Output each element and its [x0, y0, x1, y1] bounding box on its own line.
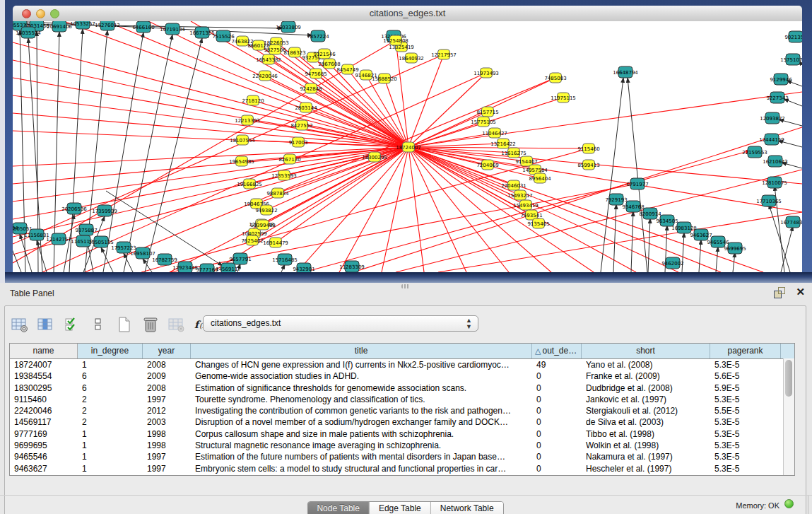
graph-edge[interactable]	[13, 42, 408, 147]
graph-node[interactable]: 11973493	[473, 68, 499, 78]
table-scrollbar[interactable]	[783, 358, 794, 475]
graph-edge[interactable]	[13, 147, 408, 201]
graph-node[interactable]: 15716485	[272, 254, 298, 265]
graph-edge[interactable]	[408, 122, 483, 147]
table-cell[interactable]: 0	[532, 382, 582, 394]
table-cell[interactable]: 0	[532, 416, 582, 428]
graph-node[interactable]: 9432901	[293, 263, 314, 272]
table-cell[interactable]: 1	[78, 428, 143, 440]
table-cell[interactable]: Franke et al. (2009)	[582, 370, 710, 382]
column-header-short[interactable]: short	[582, 344, 710, 358]
graph-edge[interactable]	[601, 78, 623, 272]
table-cell[interactable]: 1	[78, 463, 143, 474]
graph-edge[interactable]	[269, 59, 408, 147]
table-cell[interactable]: Estimation of the future numbers of pati…	[191, 451, 532, 462]
graph-node[interactable]: 19166825	[237, 179, 262, 189]
table-cell[interactable]: 1997	[143, 451, 191, 462]
graph-node[interactable]: 16210643	[763, 156, 788, 167]
table-cell[interactable]: 5.3E-5	[710, 428, 781, 440]
table-row[interactable]: 1872400712008Changes of HCN gene express…	[10, 359, 794, 370]
column-visibility-icon[interactable]	[37, 316, 55, 333]
graph-node[interactable]: 17710365	[756, 195, 782, 206]
graph-node[interactable]: 22159553	[742, 146, 767, 158]
graph-edge[interactable]	[699, 240, 701, 272]
table-cell[interactable]: 9777169	[10, 428, 78, 440]
table-cell[interactable]: 1997	[143, 394, 191, 405]
table-cell[interactable]: 5.9E-5	[710, 382, 781, 394]
graph-edge[interactable]	[408, 147, 466, 272]
graph-node[interactable]: 9227343	[766, 92, 788, 103]
table-cell[interactable]: Corpus callosum shape and size in male p…	[191, 428, 532, 440]
table-cell[interactable]: 5.3E-5	[710, 359, 781, 370]
graph-node[interactable]: 9777169	[196, 264, 218, 272]
splitter-gripper-icon[interactable]	[401, 284, 410, 288]
table-cell[interactable]: Genome-wide association studies in ADHD.	[191, 370, 532, 382]
table-cell[interactable]: 1998	[143, 428, 191, 440]
table-cell[interactable]: 2	[78, 394, 143, 405]
float-panel-icon[interactable]	[774, 287, 785, 298]
column-header-pagerank[interactable]: pagerank	[710, 344, 781, 358]
graph-node[interactable]: 18107554	[230, 135, 255, 145]
graph-node[interactable]: 11283309	[339, 261, 365, 272]
new-table-icon[interactable]	[115, 316, 134, 333]
graph-node[interactable]: 12213393	[235, 115, 260, 125]
table-row[interactable]: 977716911998Corpus callosum shape and si…	[10, 428, 794, 440]
graph-edge[interactable]	[408, 147, 721, 272]
table-cell[interactable]: Embryonic stem cells: a model to study s…	[191, 463, 532, 474]
table-cell[interactable]: 0	[532, 463, 582, 474]
table-cell[interactable]: 2009	[143, 370, 191, 382]
graph-node[interactable]: 11975115	[551, 93, 576, 103]
graph-edge[interactable]	[628, 78, 647, 272]
table-cell[interactable]: Jankovic et al. (1997)	[582, 394, 710, 405]
table-cell[interactable]: Structural magnetic resonance image aver…	[191, 440, 532, 451]
table-cell[interactable]: 1	[78, 440, 143, 451]
table-cell[interactable]: 0	[532, 370, 582, 382]
table-cell[interactable]: 6	[78, 382, 143, 394]
table-selector-combobox[interactable]: citations_edges.txt ▲▼	[203, 315, 478, 332]
table-cell[interactable]: 5.3E-5	[710, 451, 781, 462]
graph-node[interactable]: 10533257	[70, 21, 95, 29]
table-cell[interactable]: 0	[532, 405, 582, 416]
graph-edge[interactable]	[316, 74, 408, 147]
table-cell[interactable]: 2	[78, 405, 143, 416]
scrollbar-thumb[interactable]	[785, 360, 792, 397]
table-cell[interactable]: 5.3E-5	[710, 416, 781, 428]
delete-entries-icon[interactable]	[141, 316, 160, 333]
table-cell[interactable]: Changes of HCN gene expression and I(f) …	[191, 359, 532, 370]
table-row[interactable]: 2242004622012Investigating the contribut…	[10, 405, 794, 416]
table-row[interactable]: 969969511998Structural magnetic resonanc…	[10, 440, 794, 451]
graph-edge[interactable]	[648, 218, 650, 272]
table-cell[interactable]: 1	[78, 451, 143, 462]
table-cell[interactable]: Estimation of significance thresholds fo…	[191, 382, 532, 394]
table-cell[interactable]: 5.6E-5	[710, 370, 781, 382]
column-header-year[interactable]: year	[143, 344, 191, 358]
table-cell[interactable]: 49	[532, 359, 582, 370]
column-header-in-degree[interactable]: in_degree	[78, 344, 143, 358]
graph-node[interactable]: 15493419	[513, 200, 539, 210]
graph-node[interactable]: 9129946	[770, 74, 792, 85]
graph-node[interactable]: 16914479	[263, 238, 288, 247]
column-header-title[interactable]: title	[191, 344, 532, 358]
row-height-icon[interactable]	[89, 316, 107, 333]
close-panel-icon[interactable]: ✕	[796, 286, 805, 298]
table-row[interactable]: 1830029562008Estimation of significance …	[10, 382, 794, 394]
table-cell[interactable]: Yano et al. (2008)	[582, 359, 710, 370]
graph-node[interactable]: 12142757	[46, 233, 71, 245]
graph-node[interactable]: 12810075	[762, 177, 787, 188]
table-cell[interactable]: de Silva et al. (2003)	[582, 416, 710, 428]
table-cell[interactable]: 5.3E-5	[710, 394, 781, 405]
table-cell[interactable]: 9463627	[10, 463, 78, 474]
table-cell[interactable]: 1997	[143, 463, 191, 474]
graph-node[interactable]: 19654985	[229, 156, 254, 166]
table-cell[interactable]: 0	[532, 451, 582, 462]
table-cell[interactable]: 0	[532, 394, 582, 405]
graph-edge[interactable]	[141, 148, 589, 272]
table-cell[interactable]: 5.3E-5	[710, 463, 781, 474]
table-cell[interactable]: 2	[78, 416, 143, 428]
network-window-titlebar[interactable]: citations_edges.txt	[13, 6, 802, 22]
graph-edge[interactable]	[613, 204, 616, 272]
table-cell[interactable]: 1998	[143, 440, 191, 451]
graph-node[interactable]: 12444159	[759, 134, 784, 145]
graph-node[interactable]: 13505135	[88, 236, 114, 247]
table-cell[interactable]: Tourette syndrome. Phenomenology and cla…	[191, 394, 532, 405]
